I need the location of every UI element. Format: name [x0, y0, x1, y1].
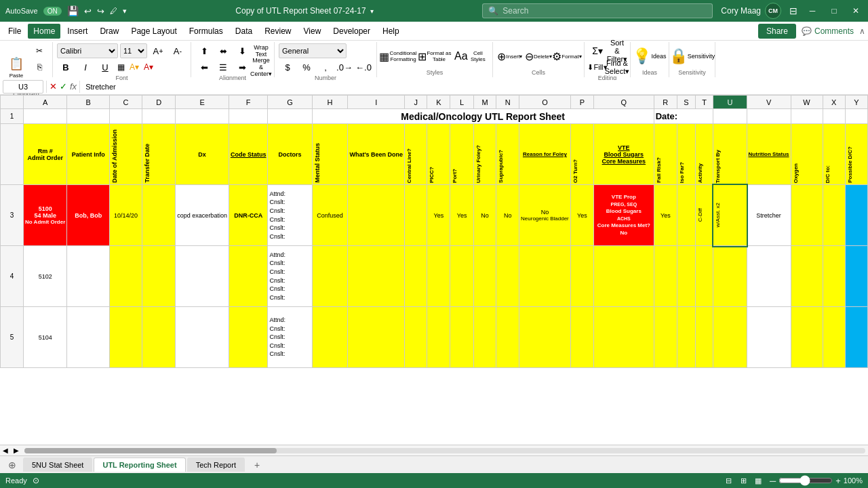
minimize-button[interactable]: ─	[806, 4, 819, 18]
col-header-m[interactable]: M	[473, 96, 496, 109]
currency-button[interactable]: $	[279, 60, 296, 75]
grid-container[interactable]: A B C D E F G H I J K L M N O P Q	[0, 95, 868, 445]
redo-icon[interactable]: ↪	[97, 6, 104, 16]
cell-styles-button[interactable]: Aa Cell Styles	[454, 43, 488, 69]
cell-o5[interactable]	[519, 307, 571, 368]
col-header-k[interactable]: K	[427, 96, 450, 109]
col-header-w[interactable]: W	[791, 96, 823, 109]
cell-doa[interactable]: 10/14/20	[110, 185, 142, 246]
cell-b5[interactable]	[67, 307, 110, 368]
tab-utl-reporting[interactable]: UTL Reporting Sheet	[94, 458, 185, 472]
cell-doctors-5[interactable]: Attnd: Cnslt: Cnslt: Cnslt: Cnslt:	[268, 307, 312, 368]
menu-insert[interactable]: Insert	[62, 24, 93, 39]
col-header-s[interactable]: S	[677, 96, 695, 109]
tab-snu-stat[interactable]: 5NU Stat Sheet	[23, 458, 92, 472]
cell-e1[interactable]	[176, 109, 229, 124]
menu-page-layout[interactable]: Page Layout	[125, 24, 182, 39]
cell-q4[interactable]	[594, 246, 654, 307]
bold-button[interactable]: B	[57, 60, 75, 75]
cell-v4[interactable]	[747, 246, 791, 307]
cell-fall[interactable]: Yes	[654, 185, 677, 246]
header-rm[interactable]: Rm # Admit Order	[24, 124, 67, 185]
cell-u1[interactable]	[713, 109, 747, 124]
cell-f1[interactable]	[229, 109, 268, 124]
cell-k4[interactable]	[427, 246, 450, 307]
cell-foley-reason[interactable]: No Neurogenic Bladder	[519, 185, 571, 246]
underline-button[interactable]: U	[96, 60, 114, 75]
tab-tech-report[interactable]: Tech Report	[187, 458, 245, 472]
header-transport[interactable]: Transport By	[713, 124, 747, 185]
cell-dc-to[interactable]	[823, 185, 845, 246]
cell-l5[interactable]	[450, 307, 473, 368]
header-mental[interactable]: Mental Status	[312, 124, 348, 185]
header-transfer[interactable]: Transfer Date	[142, 124, 176, 185]
cell-v5[interactable]	[747, 307, 791, 368]
cell-vte[interactable]: VTE Prop PREG, SEQ Blood Sugars ACHS Cor…	[594, 185, 654, 246]
formula-accept-icon[interactable]: ✓	[60, 81, 67, 92]
search-box[interactable]: 🔍	[482, 3, 713, 18]
cell-d5[interactable]	[142, 307, 176, 368]
header-patient-info[interactable]: Patient Info	[67, 124, 110, 185]
date-label-cell[interactable]: Date:	[654, 109, 713, 124]
copy-button[interactable]: ⎘	[31, 60, 48, 75]
col-header-f[interactable]: F	[229, 96, 268, 109]
zoom-in-button[interactable]: +	[835, 476, 841, 486]
cell-dx[interactable]: copd exacerbation	[176, 185, 229, 246]
menu-formulas[interactable]: Formulas	[184, 24, 229, 39]
wrap-text-button[interactable]: Wrap Text	[252, 43, 270, 58]
cell-central[interactable]	[405, 185, 427, 246]
align-bottom-button[interactable]: ⬇	[233, 43, 251, 58]
col-header-g[interactable]: G	[268, 96, 312, 109]
header-port[interactable]: Port?	[450, 124, 473, 185]
font-color-button[interactable]: A▾	[142, 61, 155, 73]
cell-r5[interactable]	[654, 307, 677, 368]
cell-urinary[interactable]: No	[473, 185, 496, 246]
cell-l4[interactable]	[450, 246, 473, 307]
formula-cancel-icon[interactable]: ✕	[50, 81, 57, 92]
header-possible-dc[interactable]: Possible D/C?	[845, 124, 867, 185]
cell-m5[interactable]	[473, 307, 496, 368]
undo-icon[interactable]: ↩	[84, 6, 92, 16]
header-fall[interactable]: Fall Risk?	[654, 124, 677, 185]
cell-port[interactable]: Yes	[450, 185, 473, 246]
normal-view-icon[interactable]: ⊟	[722, 474, 734, 487]
cell-h5[interactable]	[312, 307, 348, 368]
number-format-select[interactable]: General	[279, 43, 347, 58]
cell-possible-dc[interactable]	[845, 185, 867, 246]
header-foley[interactable]: Reason for Foley	[519, 124, 571, 185]
header-dx[interactable]: Dx	[176, 124, 229, 185]
col-header-d[interactable]: D	[142, 96, 176, 109]
fill-color-button[interactable]: A▾	[128, 61, 140, 73]
col-header-x[interactable]: X	[823, 96, 845, 109]
scroll-track[interactable]	[24, 448, 865, 453]
merge-center-button[interactable]: Merge & Center▾	[252, 60, 270, 75]
header-doctors[interactable]: Doctors	[268, 124, 312, 185]
cell-m4[interactable]	[473, 246, 496, 307]
comments-button[interactable]: 💬 Comments	[802, 26, 854, 36]
cell-d4[interactable]	[142, 246, 176, 307]
scroll-left-button[interactable]: ◀	[0, 447, 11, 454]
conditional-formatting-button[interactable]: ▦ Conditional Formatting	[381, 43, 415, 69]
page-layout-view-icon[interactable]: ⊞	[737, 474, 749, 487]
col-header-b[interactable]: B	[67, 96, 110, 109]
cell-reference-input[interactable]	[3, 80, 43, 94]
col-header-q[interactable]: Q	[594, 96, 654, 109]
col-header-v[interactable]: V	[747, 96, 791, 109]
align-left-button[interactable]: ⬅	[195, 60, 213, 75]
cell-patient-name[interactable]: Bob, Bob	[67, 185, 110, 246]
col-header-h[interactable]: H	[312, 96, 348, 109]
cell-r4[interactable]	[654, 246, 677, 307]
col-header-l[interactable]: L	[450, 96, 473, 109]
cell-n4[interactable]	[496, 246, 519, 307]
cell-c1[interactable]	[110, 109, 142, 124]
col-header-j[interactable]: J	[405, 96, 427, 109]
ribbon-view-icon[interactable]: ⊟	[789, 5, 797, 16]
percent-button[interactable]: %	[298, 60, 315, 75]
align-top-button[interactable]: ⬆	[195, 43, 213, 58]
header-activity[interactable]: Activity	[695, 124, 713, 185]
cell-v1[interactable]	[747, 109, 791, 124]
cell-g1[interactable]	[268, 109, 312, 124]
cell-o4[interactable]	[519, 246, 571, 307]
cell-transport[interactable]: w/Asst. x2	[713, 185, 747, 246]
cell-q5[interactable]	[594, 307, 654, 368]
